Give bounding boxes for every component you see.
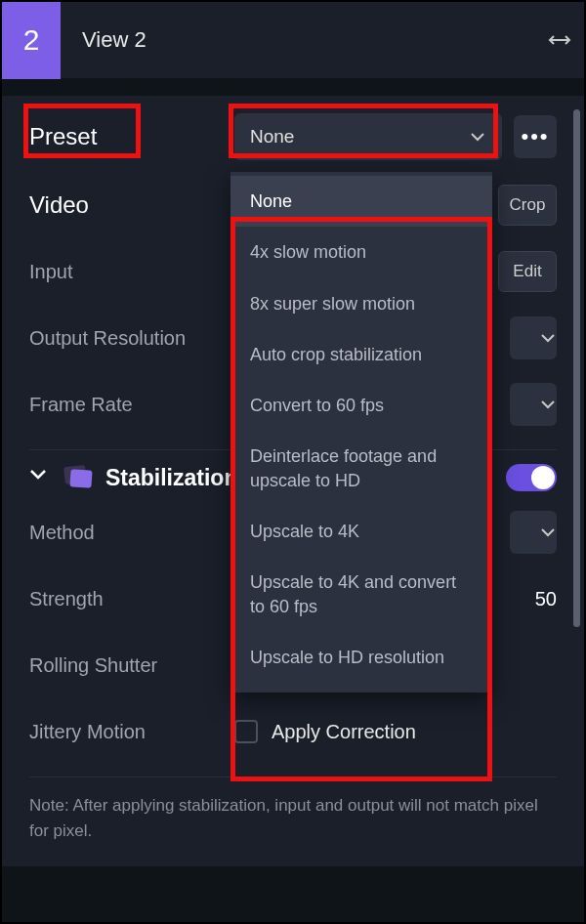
frame-rate-label: Frame Rate <box>29 394 234 416</box>
preset-selected-value: None <box>250 126 294 147</box>
chevron-down-icon <box>29 467 51 488</box>
video-heading: Video <box>29 191 234 219</box>
preset-option[interactable]: Upscale to HD resolution <box>230 632 492 683</box>
crop-button[interactable]: Crop <box>498 185 557 226</box>
method-dropdown[interactable] <box>510 511 557 554</box>
jittery-motion-row: Jittery Motion Apply Correction <box>29 710 557 753</box>
view-number-badge: 2 <box>2 1 61 79</box>
rolling-shutter-label: Rolling Shutter <box>29 654 234 677</box>
preset-row: Preset None ••• <box>29 113 557 160</box>
stabilization-note: Note: After applying stabilization, inpu… <box>29 777 557 843</box>
toggle-knob <box>531 466 555 489</box>
more-options-button[interactable]: ••• <box>514 115 557 158</box>
strength-value: 50 <box>535 588 557 610</box>
preset-options-popup: None 4x slow motion 8x super slow motion… <box>230 172 492 693</box>
preset-option[interactable]: Auto crop stabilization <box>230 329 492 380</box>
ellipsis-icon: ••• <box>521 124 549 149</box>
chevron-down-icon <box>469 128 486 146</box>
edit-button[interactable]: Edit <box>498 251 557 292</box>
output-resolution-label: Output Resolution <box>29 327 234 350</box>
preset-option[interactable]: 4x slow motion <box>230 227 492 277</box>
preset-option[interactable]: Upscale to 4K and convert to 60 fps <box>230 557 492 632</box>
chevron-down-icon <box>539 396 557 413</box>
preset-dropdown[interactable]: None <box>234 113 502 160</box>
jittery-motion-apply-label: Apply Correction <box>272 721 416 743</box>
preset-option[interactable]: Deinterlace footage and upscale to HD <box>230 431 492 506</box>
frame-rate-dropdown[interactable] <box>510 383 557 426</box>
output-resolution-dropdown[interactable] <box>510 316 557 359</box>
jittery-motion-label: Jittery Motion <box>29 721 234 743</box>
settings-panel: Preset None ••• None 4x slow motion 8x s… <box>2 96 584 866</box>
preset-option[interactable]: Convert to 60 fps <box>230 380 492 431</box>
stabilization-toggle[interactable] <box>506 464 557 491</box>
view-header: 2 View 2 <box>2 2 584 80</box>
scrollbar[interactable] <box>573 109 580 627</box>
jittery-motion-checkbox[interactable] <box>234 720 258 743</box>
view-title: View 2 <box>61 27 146 53</box>
preset-option[interactable]: Upscale to 4K <box>230 506 492 557</box>
preset-option[interactable]: None <box>230 176 492 227</box>
expand-horizontal-icon[interactable] <box>535 1 584 79</box>
chevron-down-icon <box>539 524 557 541</box>
stabilization-title: Stabilization <box>105 465 237 491</box>
strength-label: Strength <box>29 588 234 610</box>
input-label: Input <box>29 261 234 283</box>
method-label: Method <box>29 522 234 544</box>
chevron-down-icon <box>539 329 557 347</box>
stabilization-icon <box>64 466 94 489</box>
preset-option[interactable]: 8x super slow motion <box>230 278 492 329</box>
preset-label: Preset <box>29 123 234 150</box>
